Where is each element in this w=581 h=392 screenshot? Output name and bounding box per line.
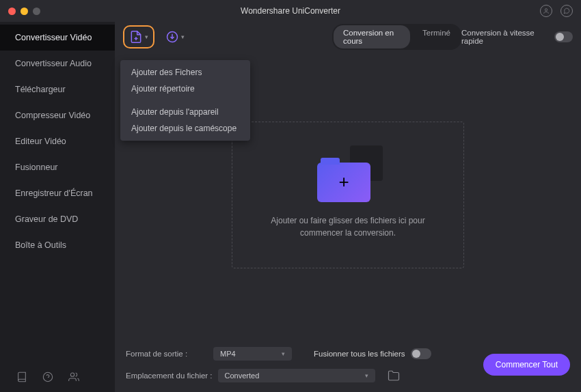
- feedback-icon[interactable]: [560, 5, 573, 17]
- output-location-value: Converted: [225, 372, 260, 380]
- add-file-dropdown: Ajouter des Fichers Ajouter répertoire A…: [120, 60, 250, 141]
- sidebar-item-dvd-burner[interactable]: Graveur de DVD: [0, 206, 115, 232]
- window-controls: [8, 8, 40, 15]
- merge-label: Fusionner tous les fichiers: [314, 350, 405, 358]
- add-file-button[interactable]: ▾: [123, 25, 154, 48]
- dropdown-add-files[interactable]: Ajouter des Fichers: [120, 64, 250, 81]
- dropdown-add-from-camcorder[interactable]: Ajouter depuis le caméscope: [120, 120, 250, 137]
- chevron-down-icon: ▾: [282, 350, 285, 357]
- help-icon[interactable]: [42, 372, 53, 382]
- open-folder-icon[interactable]: [388, 369, 400, 382]
- main-panel: ▾ ▾ Conversion en cours Terminé Conversi…: [115, 22, 581, 392]
- output-format-select[interactable]: MP4 ▾: [213, 347, 292, 361]
- sidebar-item-merger[interactable]: Fusionneur: [0, 154, 115, 180]
- sidebar-item-compressor[interactable]: Compresseur Vidéo: [0, 102, 115, 128]
- high-speed-label: Conversion à vitesse rapide: [461, 29, 548, 45]
- sidebar-item-screen-recorder[interactable]: Enregistreur d'Écran: [0, 180, 115, 206]
- sidebar-item-downloader[interactable]: Téléchargeur: [0, 76, 115, 102]
- start-all-button[interactable]: Commencer Tout: [483, 354, 570, 376]
- toolbar-right: Conversion à vitesse rapide: [461, 29, 573, 45]
- titlebar: Wondershare UniConverter: [0, 0, 581, 22]
- status-tabs: Conversion en cours Terminé: [332, 24, 461, 50]
- minimize-window-button[interactable]: [21, 8, 28, 15]
- svg-point-3: [70, 373, 74, 376]
- output-format-label: Format de sortie :: [126, 350, 208, 358]
- merge-option: Fusionner tous les fichiers: [314, 348, 431, 359]
- merge-toggle[interactable]: [411, 348, 431, 359]
- output-format-value: MP4: [220, 350, 236, 358]
- sidebar-item-toolbox[interactable]: Boîte à Outils: [0, 232, 115, 258]
- plus-icon: +: [338, 171, 349, 193]
- chevron-down-icon: ▾: [181, 33, 185, 40]
- download-button[interactable]: ▾: [161, 27, 189, 46]
- sidebar-item-editor[interactable]: Editeur Vidéo: [0, 128, 115, 154]
- svg-point-0: [545, 9, 547, 11]
- add-file-icon: [129, 30, 143, 44]
- chevron-down-icon: ▾: [365, 372, 368, 379]
- guide-icon[interactable]: [16, 372, 27, 382]
- dropdown-add-folder[interactable]: Ajouter répertoire: [120, 81, 250, 97]
- svg-point-1: [43, 372, 52, 381]
- sidebar-item-video-converter[interactable]: Convertisseur Vidéo: [0, 25, 115, 51]
- dropzone[interactable]: + Ajouter ou faire glisser des fichiers …: [232, 122, 464, 268]
- tab-done[interactable]: Terminé: [413, 25, 460, 48]
- refer-icon[interactable]: [68, 372, 79, 382]
- output-location-select[interactable]: Converted ▾: [218, 369, 375, 382]
- download-icon: [165, 30, 179, 44]
- app-layout: Convertisseur Vidéo Convertisseur Audio …: [0, 22, 581, 392]
- high-speed-toggle[interactable]: [554, 31, 573, 42]
- dropzone-text: Ajouter ou faire glisser des fichiers ic…: [252, 214, 444, 239]
- sidebar: Convertisseur Vidéo Convertisseur Audio …: [0, 22, 115, 392]
- folder-illustration: +: [317, 151, 379, 202]
- bottom-bar: Format de sortie : MP4 ▾ Fusionner tous …: [115, 337, 581, 392]
- output-location-label: Emplacement du fichier :: [126, 372, 213, 380]
- close-window-button[interactable]: [8, 8, 16, 15]
- app-title: Wondershare UniConverter: [241, 6, 340, 16]
- toolbar: ▾ ▾ Conversion en cours Terminé Conversi…: [115, 22, 581, 52]
- sidebar-item-audio-converter[interactable]: Convertisseur Audio: [0, 51, 115, 76]
- maximize-window-button[interactable]: [33, 8, 40, 15]
- tab-converting[interactable]: Conversion en cours: [334, 25, 410, 48]
- account-icon[interactable]: [540, 5, 552, 17]
- sidebar-footer: [0, 362, 115, 392]
- chevron-down-icon: ▾: [145, 33, 148, 40]
- dropdown-add-from-device[interactable]: Ajouter depuis l'appareil: [120, 104, 250, 120]
- dropdown-separator: [120, 97, 250, 104]
